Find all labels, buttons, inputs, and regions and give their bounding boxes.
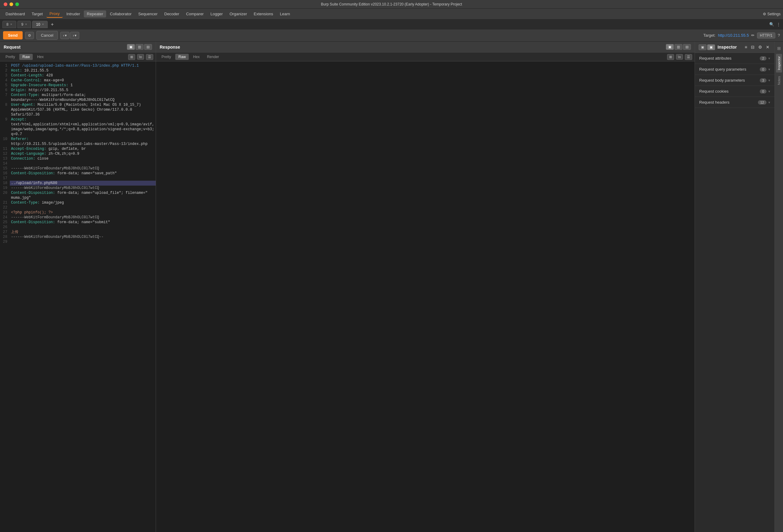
maximize-button[interactable] — [15, 2, 19, 6]
line-content[interactable]: Connection: close — [10, 156, 156, 161]
menu-dashboard[interactable]: Dashboard — [2, 10, 28, 18]
menu-repeater[interactable]: Repeater — [84, 10, 106, 18]
request-view-vert[interactable]: ▥ — [135, 44, 144, 50]
inspector-view-right[interactable]: ▣ — [707, 44, 715, 50]
line-content[interactable]: Accept: — [10, 117, 156, 122]
line-content[interactable] — [10, 225, 156, 230]
request-tool-menu[interactable]: ☰ — [146, 54, 153, 60]
line-content[interactable]: Cache-Control: max-age=0 — [10, 78, 156, 83]
line-content[interactable] — [10, 176, 156, 181]
line-content[interactable]: Accept-Encoding: gzip, deflate, br — [10, 146, 156, 151]
menu-learn[interactable]: Learn — [277, 10, 293, 18]
request-view-horiz[interactable]: ▤ — [144, 44, 152, 50]
request-tool-search[interactable]: ⊞ — [128, 54, 135, 60]
response-tab-render[interactable]: Render — [204, 54, 222, 60]
line-content[interactable]: Safari/537.36 — [10, 112, 156, 117]
response-tool-menu[interactable]: ☰ — [685, 54, 692, 60]
request-code-area[interactable]: 1POST /upload/upload-labs-master/Pass-13… — [0, 62, 156, 532]
help-icon[interactable]: ? — [778, 33, 780, 38]
menu-decoder[interactable]: Decoder — [161, 10, 182, 18]
settings-button[interactable]: ⚙ Settings — [763, 12, 781, 16]
line-content[interactable]: http://10.211.55.5/upload/upload-labs-ma… — [10, 141, 156, 146]
menu-target[interactable]: Target — [29, 10, 46, 18]
config-button[interactable]: ⚙ — [25, 32, 34, 39]
line-content[interactable]: Referer: — [10, 137, 156, 141]
menu-intruder[interactable]: Intruder — [63, 10, 83, 18]
request-tab-hex[interactable]: Hex — [34, 54, 46, 60]
line-content[interactable]: User-Agent: Mozilla/5.0 (Macintosh; Inte… — [10, 102, 156, 107]
side-icon-top[interactable]: ⊞ — [777, 44, 781, 53]
line-content[interactable]: POST /upload/upload-labs-master/Pass-13/… — [10, 63, 156, 68]
inspector-row[interactable]: Request query parameters0▾ — [695, 64, 775, 75]
response-tab-hex[interactable]: Hex — [190, 54, 202, 60]
line-content[interactable]: boundary=----WebKitFormBoundaryMbBJ8hOLC… — [10, 98, 156, 102]
tab-10-close[interactable]: × — [42, 23, 44, 26]
line-content[interactable]: q=0.7 — [10, 132, 156, 137]
new-tab-button[interactable]: + — [49, 21, 55, 28]
request-tool-wrap[interactable]: \n — [137, 54, 144, 60]
inspector-view-left[interactable]: ▣ — [698, 44, 707, 50]
inspector-section[interactable]: Request body parameters3▾ — [695, 75, 775, 86]
line-content[interactable]: Content-Type: image/jpeg — [10, 200, 156, 205]
line-content[interactable]: Content-Type: multipart/form-data; — [10, 93, 156, 98]
response-view-horiz[interactable]: ▤ — [683, 44, 691, 50]
inspector-section[interactable]: Request cookies0▾ — [695, 86, 775, 97]
menu-collaborator[interactable]: Collaborator — [107, 10, 134, 18]
response-view-vert[interactable]: ▥ — [675, 44, 682, 50]
request-tab-raw[interactable]: Raw — [19, 54, 33, 60]
next-button[interactable]: › ▾ — [70, 32, 79, 39]
line-content[interactable]: Host: 10.211.55.5 — [10, 68, 156, 73]
line-content[interactable]: muma.jpg" — [10, 195, 156, 200]
line-content[interactable]: ------WebKitFormBoundaryMbBJ8hOLC0l7wtCQ… — [10, 234, 156, 239]
edit-target-icon[interactable]: ✏ — [751, 33, 755, 38]
side-tab-notes[interactable]: Notes — [776, 74, 782, 88]
request-tab-pretty[interactable]: Pretty — [2, 54, 18, 60]
inspector-row[interactable]: Request body parameters3▾ — [695, 75, 775, 86]
inspector-row[interactable]: Request headers12▾ — [695, 97, 775, 108]
inspector-settings-icon[interactable]: ⚙ — [757, 44, 763, 50]
response-tab-raw[interactable]: Raw — [175, 54, 189, 60]
line-content[interactable] — [10, 161, 156, 166]
tab-9[interactable]: 9 × — [18, 21, 31, 28]
close-button[interactable] — [4, 2, 7, 6]
line-content[interactable]: image/webp,image/apng,*/*;q=0.8,applicat… — [10, 127, 156, 132]
minimize-button[interactable] — [9, 2, 13, 6]
tab-8-close[interactable]: × — [10, 23, 12, 26]
prev-button[interactable]: ‹ ▾ — [60, 32, 69, 39]
line-content[interactable]: Content-Disposition: form-data; name="su… — [10, 220, 156, 225]
response-tab-pretty[interactable]: Pretty — [158, 54, 174, 60]
tab-10[interactable]: 10 × — [32, 21, 48, 28]
inspector-section[interactable]: Request attributes2▾ — [695, 53, 775, 64]
line-content[interactable]: Content-Disposition: form-data; name="sa… — [10, 171, 156, 176]
menu-proxy[interactable]: Proxy — [46, 10, 63, 18]
line-content[interactable]: Content-Length: 428 — [10, 73, 156, 78]
menu-organizer[interactable]: Organizer — [226, 10, 250, 18]
inspector-columns-icon[interactable]: ⊟ — [750, 44, 756, 50]
inspector-row[interactable]: Request attributes2▾ — [695, 53, 775, 64]
response-view-split[interactable]: ▣ — [666, 44, 674, 50]
line-content[interactable]: <?php phpinfo(); ?> — [10, 210, 156, 215]
send-button[interactable]: Send — [3, 31, 23, 39]
cancel-button[interactable]: Cancel — [36, 31, 58, 40]
menu-logger[interactable]: Logger — [207, 10, 226, 18]
line-content[interactable]: ------WebKitFormBoundaryMbBJ8hOLC0l7wtCQ — [10, 186, 156, 191]
line-content[interactable]: Accept-Language: zh-CN,zh;q=0.9 — [10, 151, 156, 156]
menu-comparer[interactable]: Comparer — [183, 10, 207, 18]
inspector-section[interactable]: Request headers12▾ — [695, 97, 775, 108]
line-content[interactable]: text/html,application/xhtml+xml,applicat… — [10, 122, 156, 127]
tab-9-close[interactable]: × — [25, 23, 27, 26]
request-view-split[interactable]: ▣ — [127, 44, 135, 50]
line-content[interactable]: ------WebKitFormBoundaryMbBJ8hOLC0l7wtCQ — [10, 215, 156, 220]
line-content[interactable]: AppleWebKit/537.36 (KHTML, like Gecko) C… — [10, 107, 156, 112]
inspector-row[interactable]: Request cookies0▾ — [695, 86, 775, 97]
inspector-section[interactable]: Request query parameters0▾ — [695, 64, 775, 75]
inspector-close-icon[interactable]: ✕ — [765, 44, 771, 50]
menu-extensions[interactable]: Extensions — [251, 10, 277, 18]
response-tool-wrap[interactable]: \n — [676, 54, 683, 60]
tab-menu-icon[interactable]: ⋮ — [777, 22, 781, 27]
menu-sequencer[interactable]: Sequencer — [135, 10, 161, 18]
line-content[interactable] — [10, 239, 156, 244]
inspector-list-icon[interactable]: ≡ — [744, 44, 748, 50]
response-tool-search[interactable]: ⊞ — [667, 54, 674, 60]
line-content[interactable]: 上传 — [10, 230, 156, 234]
